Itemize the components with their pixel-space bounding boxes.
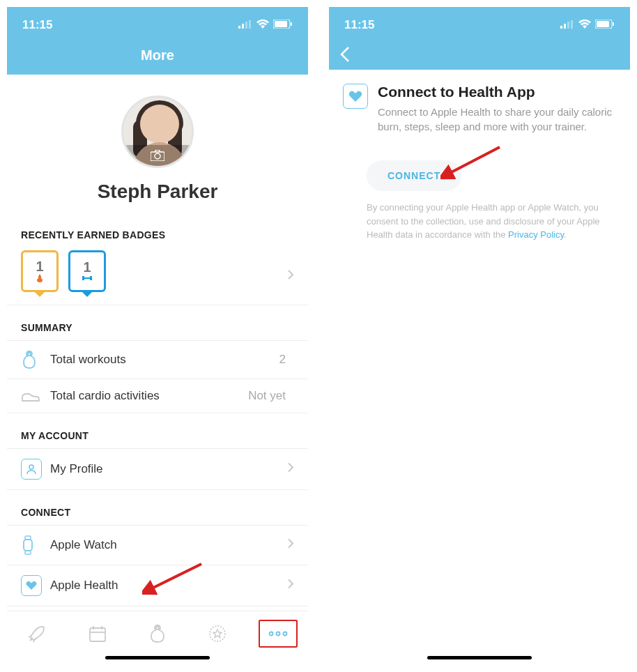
more-icon <box>268 631 289 636</box>
wifi-icon <box>578 18 591 32</box>
flame-icon <box>36 274 43 284</box>
svg-point-12 <box>29 465 33 469</box>
svg-point-8 <box>155 153 160 159</box>
screen-more: 11:15 More <box>7 7 308 665</box>
badge-blue: 1 <box>68 250 106 292</box>
profile-icon <box>21 459 45 480</box>
battery-icon <box>273 18 293 32</box>
chevron-left-icon <box>339 45 353 64</box>
my-profile-label: My Profile <box>50 462 294 476</box>
disclaimer-suffix: . <box>564 229 567 240</box>
svg-rect-25 <box>560 26 562 29</box>
svg-rect-5 <box>275 21 287 27</box>
chevron-right-icon <box>287 269 294 283</box>
tab-more[interactable] <box>259 620 298 648</box>
status-bar: 11:15 <box>7 14 308 32</box>
svg-rect-2 <box>245 22 247 29</box>
svg-point-24 <box>283 632 286 636</box>
rocket-icon <box>27 624 47 643</box>
profile-name: Steph Parker <box>7 181 308 203</box>
svg-rect-3 <box>249 20 251 29</box>
summary-section-label: SUMMARY <box>7 305 308 340</box>
header: 11:15 More <box>7 7 308 75</box>
screen-connect-health: 11:15 Connect to Health Ap <box>329 7 630 665</box>
connect-button[interactable]: CONNECT <box>367 160 461 191</box>
svg-rect-6 <box>291 22 292 26</box>
health-icon <box>21 575 45 596</box>
account-section-label: MY ACCOUNT <box>7 413 308 448</box>
header: 11:15 <box>329 7 630 70</box>
svg-point-23 <box>276 632 279 636</box>
avatar[interactable] <box>121 96 194 168</box>
kettlebell-icon <box>148 624 167 643</box>
connect-card: Connect to Health App Connect to Apple H… <box>329 70 630 148</box>
home-indicator[interactable] <box>105 656 210 659</box>
tab-kettlebell[interactable] <box>138 620 177 648</box>
svg-rect-27 <box>567 22 569 29</box>
apple-health-label: Apple Health <box>50 579 294 593</box>
camera-overlay[interactable] <box>123 145 192 166</box>
svg-rect-30 <box>597 21 609 27</box>
badge-gold: 1 <box>21 250 59 292</box>
svg-rect-10 <box>90 276 92 280</box>
page-title: More <box>7 32 308 75</box>
svg-rect-13 <box>24 540 32 551</box>
signal-icon <box>238 18 252 32</box>
cardio-value: Not yet <box>248 389 286 403</box>
tab-star[interactable] <box>198 620 237 648</box>
privacy-policy-link[interactable]: Privacy Policy <box>508 229 564 240</box>
svg-point-22 <box>269 632 273 636</box>
star-icon <box>207 623 228 644</box>
svg-rect-17 <box>90 628 105 641</box>
svg-rect-28 <box>571 20 573 29</box>
back-button[interactable] <box>339 45 362 68</box>
status-time: 11:15 <box>22 18 52 32</box>
svg-rect-1 <box>242 24 244 29</box>
shoe-icon <box>21 390 45 402</box>
svg-rect-9 <box>82 276 84 280</box>
row-apple-health[interactable]: Apple Health <box>7 565 308 606</box>
kettlebell-icon <box>21 351 45 369</box>
home-indicator[interactable] <box>427 656 532 659</box>
chevron-right-icon <box>287 579 294 593</box>
camera-icon <box>151 150 164 161</box>
status-time: 11:15 <box>344 18 374 32</box>
tab-calendar[interactable] <box>78 620 117 648</box>
battery-icon <box>595 18 615 32</box>
calendar-icon <box>88 624 107 643</box>
svg-rect-15 <box>25 551 31 554</box>
tab-rocket[interactable] <box>17 620 56 648</box>
row-my-profile[interactable]: My Profile <box>7 448 308 490</box>
row-total-cardio: Total cardio activities Not yet <box>7 379 308 413</box>
profile-section: Steph Parker <box>7 75 308 213</box>
connect-section-label: CONNECT <box>7 490 308 525</box>
dumbbell-icon <box>82 275 92 282</box>
badges-row[interactable]: 1 1 <box>7 247 308 305</box>
row-apple-watch[interactable]: Apple Watch <box>7 525 308 565</box>
status-bar: 11:15 <box>329 14 630 32</box>
connect-title: Connect to Health App <box>378 84 616 100</box>
health-icon <box>343 84 368 134</box>
status-icons <box>560 18 615 32</box>
wifi-icon <box>256 18 269 32</box>
chevron-right-icon <box>287 462 294 477</box>
apple-watch-label: Apple Watch <box>50 538 294 552</box>
connect-description: Connect to Apple Health to share your da… <box>378 105 616 134</box>
chevron-right-icon <box>287 538 294 553</box>
status-icons <box>238 18 293 32</box>
svg-rect-11 <box>84 277 90 279</box>
svg-rect-0 <box>238 26 240 29</box>
cardio-label: Total cardio activities <box>50 389 248 403</box>
row-total-workouts: Total workouts 2 <box>7 340 308 379</box>
watch-icon <box>21 535 45 555</box>
workouts-label: Total workouts <box>50 353 279 367</box>
badges-section-label: RECENTLY EARNED BADGES <box>7 213 308 247</box>
svg-rect-31 <box>613 22 614 26</box>
svg-rect-14 <box>25 536 31 540</box>
workouts-value: 2 <box>279 353 286 367</box>
disclaimer: By connecting your Apple Health app or A… <box>329 201 630 242</box>
svg-rect-26 <box>564 24 566 29</box>
signal-icon <box>560 18 574 32</box>
